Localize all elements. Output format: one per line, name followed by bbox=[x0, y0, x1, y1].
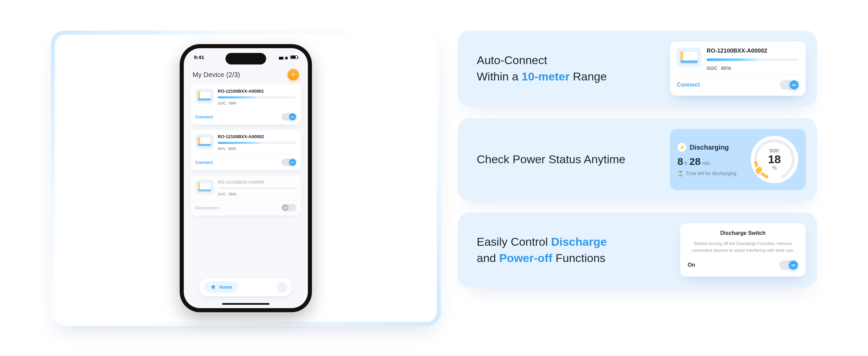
device-toggle[interactable]: on bbox=[281, 113, 296, 120]
feature-power-status: Check Power Status Anytime ⚡ Discharging… bbox=[458, 118, 817, 201]
device-toggle[interactable]: on bbox=[780, 80, 799, 90]
phone-showcase-panel: 9:41 My Device (2/3) + bbox=[51, 31, 441, 326]
device-name: RO-12100BXX-A00002 bbox=[707, 48, 799, 54]
device-soc: SOC85% bbox=[218, 192, 296, 196]
phone-frame: 9:41 My Device (2/3) + bbox=[180, 44, 312, 312]
signal-icon bbox=[279, 54, 283, 60]
status-time: 9:41 bbox=[194, 54, 204, 60]
connect-button[interactable]: Connect bbox=[195, 114, 213, 119]
discharge-switch-toggle[interactable]: on bbox=[779, 260, 798, 270]
device-name: RO-12100BXX-A00001 bbox=[218, 89, 296, 94]
discharge-switch-title: Discharge Switch bbox=[720, 230, 765, 236]
features-column: Auto-Connect Within a 10-meter Range RO-… bbox=[458, 31, 817, 287]
device-soc: SOC50% bbox=[218, 101, 296, 105]
device-name: RO-12100BXX-A00003 bbox=[218, 180, 296, 185]
device-thumbnail bbox=[677, 48, 701, 67]
phone-screen: 9:41 My Device (2/3) + bbox=[184, 48, 308, 308]
nav-profile[interactable] bbox=[277, 282, 288, 293]
feature-auto-connect-text: Auto-Connect Within a 10-meter Range bbox=[477, 52, 607, 85]
hourglass-icon: ⌛ bbox=[677, 171, 683, 176]
device-card[interactable]: RO-12100BXX-A00002 85%SOC Connect on bbox=[191, 130, 301, 170]
phone-header: My Device (2/3) + bbox=[184, 63, 308, 85]
my-device-title: My Device (2/3) bbox=[193, 71, 240, 79]
status-icons bbox=[279, 54, 298, 60]
bolt-icon: ⚡ bbox=[677, 143, 686, 152]
home-indicator bbox=[222, 303, 270, 305]
discharge-switch-desc: Before turning off the Discharge Functio… bbox=[688, 240, 798, 254]
discharging-card: ⚡ Discharging 8h28min ⌛ Time left for di… bbox=[670, 129, 806, 190]
discharge-switch-state-label: On bbox=[688, 262, 695, 268]
feature-power-status-text: Check Power Status Anytime bbox=[477, 151, 625, 168]
feature-auto-connect: Auto-Connect Within a 10-meter Range RO-… bbox=[458, 31, 817, 107]
connect-button[interactable]: Connect bbox=[195, 160, 213, 165]
soc-gauge: SOC 18 % bbox=[751, 136, 798, 183]
device-progress bbox=[218, 96, 296, 98]
device-thumbnail bbox=[195, 89, 214, 104]
phone-showcase-inner: 9:41 My Device (2/3) + bbox=[55, 35, 437, 322]
feature-discharge-text: Easily Control Discharge and Power-off F… bbox=[477, 234, 607, 266]
nav-home[interactable]: Home bbox=[204, 281, 238, 293]
phone-notch bbox=[225, 53, 266, 64]
device-thumbnail bbox=[195, 134, 214, 149]
plus-icon: + bbox=[291, 70, 296, 79]
feature-discharge-control: Easily Control Discharge and Power-off F… bbox=[458, 212, 817, 287]
disconnect-button[interactable]: Disconnect bbox=[195, 205, 219, 210]
gauge-ring bbox=[754, 139, 795, 180]
discharging-header: ⚡ Discharging bbox=[677, 143, 745, 152]
device-thumbnail bbox=[195, 180, 214, 194]
device-card[interactable]: RO-12100BXX-A00003 SOC85% Disconnect off bbox=[191, 175, 301, 216]
bottom-nav: Home bbox=[199, 278, 292, 296]
device-list: RO-12100BXX-A00001 SOC50% Connect on bbox=[184, 85, 308, 273]
device-soc: 85%SOC bbox=[218, 147, 296, 151]
device-name: RO-12100BXX-A00002 bbox=[218, 134, 296, 139]
battery-icon bbox=[290, 55, 298, 59]
nav-home-label: Home bbox=[219, 284, 232, 290]
device-progress bbox=[218, 187, 296, 189]
discharging-time: 8h28min bbox=[677, 156, 745, 167]
device-toggle[interactable]: on bbox=[281, 158, 296, 166]
device-card[interactable]: RO-12100BXX-A00001 SOC50% Connect on bbox=[191, 85, 301, 125]
home-icon bbox=[210, 284, 216, 290]
auto-connect-card: RO-12100BXX-A00002 SOC85% Connect on bbox=[670, 41, 806, 96]
discharge-switch-card: Discharge Switch Before turning off the … bbox=[680, 223, 806, 277]
discharging-subtext: ⌛ Time left for discharging bbox=[677, 171, 745, 176]
wifi-icon bbox=[285, 54, 288, 60]
connect-button[interactable]: Connect bbox=[677, 81, 700, 88]
device-toggle[interactable]: off bbox=[281, 204, 296, 211]
device-progress bbox=[218, 142, 296, 144]
device-progress bbox=[707, 58, 799, 61]
device-soc: SOC85% bbox=[707, 65, 799, 71]
add-device-button[interactable]: + bbox=[288, 69, 299, 80]
